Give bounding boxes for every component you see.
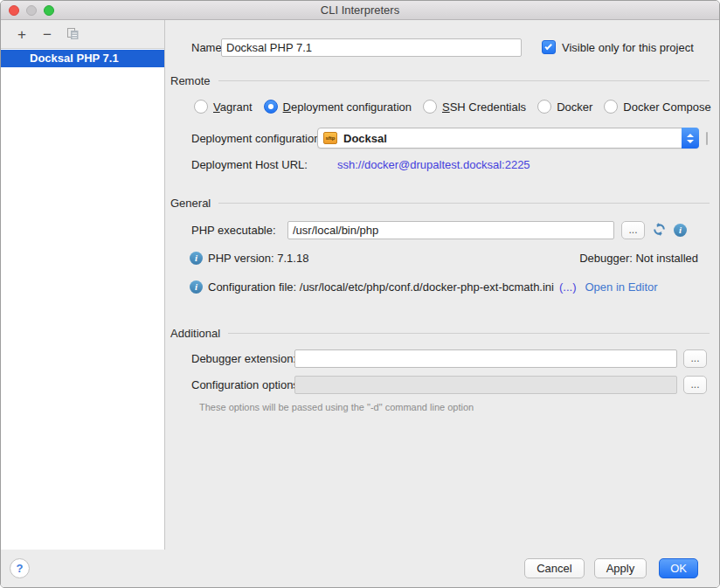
remote-section-title: Remote <box>170 74 211 87</box>
debugger-status-text: Debugger: Not installed <box>579 252 698 265</box>
configuration-file-text: Configuration file: /usr/local/etc/php/c… <box>208 280 554 294</box>
radio-docker[interactable]: Docker <box>537 100 592 114</box>
name-label: Name: <box>191 41 225 54</box>
interpreter-sidebar: + − Docksal PHP 7.1 <box>1 20 165 587</box>
combo-edge-divider <box>706 132 708 145</box>
general-section-title: General <box>170 197 211 210</box>
debugger-extension-input[interactable] <box>294 349 677 368</box>
checkmark-icon <box>544 43 551 50</box>
remove-interpreter-button[interactable]: − <box>38 25 56 43</box>
help-button[interactable]: ? <box>10 558 30 578</box>
radio-ssh-credentials[interactable]: SSH Credentials <box>423 100 526 114</box>
php-executable-label: PHP executable: <box>191 224 276 237</box>
radio-icon <box>423 100 437 114</box>
radio-deployment-label: Deployment configuration <box>283 100 412 114</box>
info-icon <box>190 280 203 294</box>
radio-icon <box>194 100 208 114</box>
section-divider <box>218 80 710 81</box>
section-divider <box>218 203 710 204</box>
name-input[interactable] <box>221 38 522 57</box>
apply-button[interactable]: Apply <box>594 558 647 578</box>
radio-docker-label: Docker <box>557 100 592 114</box>
footer-actions: Cancel Apply OK <box>515 558 698 578</box>
list-item-docksal-php-71[interactable]: Docksal PHP 7.1 <box>1 50 164 67</box>
php-version-text: PHP version: 7.1.18 <box>208 252 308 265</box>
php-executable-input[interactable] <box>287 221 614 239</box>
php-executable-browse-button[interactable]: ... <box>621 221 645 239</box>
info-icon <box>190 252 203 265</box>
radio-icon <box>604 100 618 114</box>
sftp-server-icon: sftp <box>323 132 337 144</box>
deployment-configuration-label: Deployment configuration: <box>191 132 323 145</box>
radio-vagrant[interactable]: Vagrant <box>194 100 253 114</box>
configuration-file-more-link[interactable]: (...) <box>559 280 577 294</box>
cancel-button[interactable]: Cancel <box>524 558 584 578</box>
configuration-options-helper-text: These options will be passed using the "… <box>199 402 474 412</box>
radio-ssh-label: SSH Credentials <box>442 100 526 114</box>
ok-button[interactable]: OK <box>659 558 698 578</box>
cli-interpreters-dialog: CLI Interpreters + − <box>0 0 720 588</box>
traffic-lights <box>9 5 54 16</box>
configuration-options-input <box>294 376 677 394</box>
sidebar-toolbar: + − <box>1 20 164 48</box>
zoom-window-button[interactable] <box>44 5 54 16</box>
configuration-options-label: Configuration options: <box>191 378 301 391</box>
configuration-options-browse-button[interactable]: ... <box>683 376 707 394</box>
window-title: CLI Interpreters <box>1 1 719 19</box>
open-in-editor-link[interactable]: Open in Editor <box>585 280 657 294</box>
radio-icon-selected <box>264 100 278 114</box>
php-executable-info-icon[interactable] <box>674 224 687 237</box>
radio-icon <box>537 100 551 114</box>
deployment-configuration-value: Docksal <box>343 132 387 145</box>
reload-php-info-button[interactable] <box>651 222 667 238</box>
add-interpreter-button[interactable]: + <box>13 25 31 43</box>
deployment-host-url-value: ssh://docker@drupaltest.docksal:2225 <box>337 158 530 171</box>
radio-deployment-configuration[interactable]: Deployment configuration <box>264 100 412 114</box>
copy-icon <box>66 27 80 44</box>
interpreter-settings-panel: Name: Visible only for this project Remo… <box>166 20 720 587</box>
dialog-footer: ? Cancel Apply OK <box>1 550 719 587</box>
deployment-host-url-label: Deployment Host URL: <box>191 158 308 171</box>
visible-only-checkbox[interactable]: Visible only for this project <box>542 40 694 54</box>
visible-only-label: Visible only for this project <box>562 41 694 54</box>
titlebar: CLI Interpreters <box>1 1 719 20</box>
debugger-extension-browse-button[interactable]: ... <box>683 349 707 368</box>
radio-docker-compose[interactable]: Docker Compose <box>604 100 710 114</box>
checkbox-checked <box>542 40 556 54</box>
debugger-extension-label: Debugger extension: <box>191 352 296 365</box>
deployment-configuration-select[interactable]: sftp Docksal <box>317 128 699 149</box>
section-divider <box>228 333 710 334</box>
additional-section-title: Additional <box>170 327 220 340</box>
minimize-window-button[interactable] <box>26 5 37 16</box>
copy-interpreter-button[interactable] <box>64 25 81 43</box>
radio-vagrant-label: Vagrant <box>213 100 253 114</box>
radio-docker-compose-label: Docker Compose <box>623 100 710 114</box>
combo-stepper-icon <box>682 128 699 149</box>
interpreter-list: Docksal PHP 7.1 <box>1 48 164 551</box>
close-window-button[interactable] <box>9 5 19 16</box>
reload-icon <box>652 226 667 239</box>
